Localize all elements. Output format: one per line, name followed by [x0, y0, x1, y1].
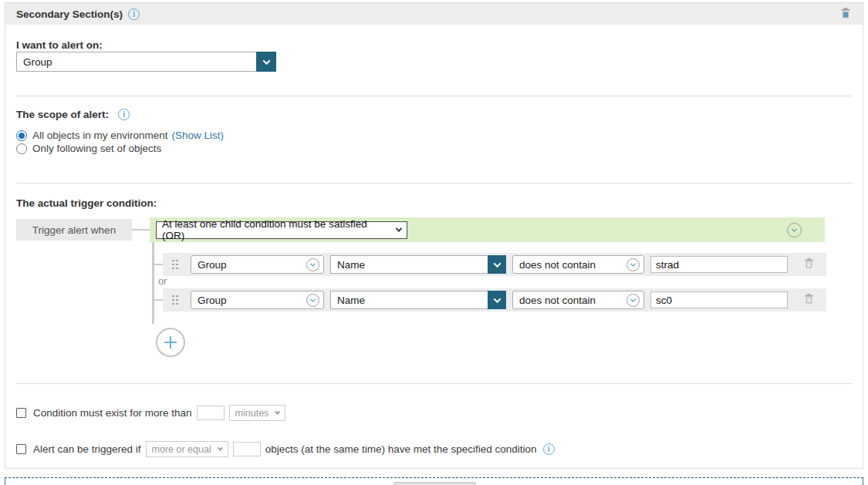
condition-object-select[interactable]: Group — [191, 291, 324, 309]
chevron-down-icon — [256, 52, 276, 72]
scope-header: The scope of alert: i — [16, 109, 130, 120]
root-condition-row: At least one child condition must be sat… — [150, 217, 825, 242]
condition-field-select[interactable]: Name — [330, 291, 506, 309]
scope-option-set[interactable]: Only following set of objects — [16, 142, 161, 155]
root-condition-value: At least one child condition must be sat… — [162, 218, 390, 241]
count-label-suffix: objects (at the same time) have met the … — [265, 443, 537, 455]
duration-label: Condition must exist for more than — [33, 407, 192, 419]
delete-condition-button[interactable] — [803, 258, 815, 271]
condition-field-select[interactable]: Name — [330, 255, 506, 274]
count-comparator-value: more or equal — [152, 444, 211, 455]
count-option-row: Alert can be triggered if more or equal … — [16, 441, 555, 457]
drag-handle-icon[interactable] — [172, 295, 178, 305]
show-list-link[interactable]: (Show List) — [172, 130, 225, 141]
alert-on-select[interactable]: Group — [16, 52, 276, 72]
info-icon[interactable]: i — [118, 109, 130, 120]
or-joiner-label: or — [158, 276, 167, 287]
count-comparator-select[interactable]: more or equal — [146, 441, 228, 457]
chevron-down-icon — [306, 294, 319, 307]
condition-object-value: Group — [198, 295, 302, 306]
divider — [16, 183, 852, 184]
count-checkbox[interactable] — [16, 444, 26, 454]
divider — [16, 383, 852, 384]
chevron-down-icon — [396, 225, 402, 231]
condition-row: Group Name does not contain — [163, 288, 826, 312]
section-header: Secondary Section(s) i — [5, 3, 863, 25]
trigger-when-box: Trigger alert when — [16, 219, 132, 241]
count-value-input[interactable] — [233, 442, 261, 456]
trash-icon — [803, 293, 815, 305]
info-icon[interactable]: i — [128, 8, 140, 20]
root-condition-select[interactable]: At least one child condition must be sat… — [156, 221, 407, 239]
condition-operator-value: does not contain — [519, 259, 622, 271]
trash-icon — [839, 7, 852, 19]
drag-handle-icon[interactable] — [172, 260, 178, 270]
chevron-down-icon — [218, 446, 223, 451]
radio-unselected-icon[interactable] — [16, 143, 27, 154]
condition-field-value: Name — [331, 256, 488, 273]
chevron-down-icon — [275, 409, 280, 415]
duration-value-input[interactable] — [197, 406, 225, 420]
condition-operator-select[interactable]: does not contain — [512, 291, 644, 309]
condition-value-input[interactable] — [650, 256, 788, 273]
radio-selected-icon[interactable] — [16, 130, 27, 141]
scope-option-all[interactable]: All objects in my environment (Show List… — [16, 129, 224, 142]
scope-option-set-label: Only following set of objects — [32, 143, 161, 154]
chevron-down-icon — [792, 226, 797, 231]
tree-connector — [154, 264, 163, 265]
delete-condition-button[interactable] — [803, 293, 815, 307]
duration-checkbox[interactable] — [16, 408, 26, 418]
secondary-section-card: Secondary Section(s) i I want to alert o… — [5, 2, 863, 469]
duration-unit-value: minutes — [235, 408, 269, 419]
alert-on-value: Group — [17, 52, 257, 71]
tree-trunk — [152, 242, 154, 324]
duration-option-row: Condition must exist for more than minut… — [16, 405, 285, 421]
tree-connector — [154, 299, 163, 301]
condition-operator-select[interactable]: does not contain — [512, 255, 644, 274]
chevron-down-icon — [488, 291, 506, 309]
tree-connector — [132, 229, 150, 231]
chevron-down-icon — [627, 294, 640, 307]
condition-operator-value: does not contain — [519, 295, 622, 306]
collapse-row-button[interactable] — [787, 223, 802, 237]
scope-option-all-label: All objects in my environment — [32, 130, 168, 141]
delete-section-button[interactable] — [839, 7, 852, 22]
trigger-condition-label: The actual trigger condition: — [16, 197, 157, 209]
chevron-down-icon — [627, 258, 640, 271]
divider — [16, 96, 852, 96]
chevron-down-icon — [306, 258, 319, 271]
condition-object-select[interactable]: Group — [191, 255, 324, 274]
partial-button[interactable] — [393, 482, 476, 485]
info-icon[interactable]: i — [543, 443, 555, 455]
duration-unit-select[interactable]: minutes — [229, 405, 286, 421]
trash-icon — [803, 258, 815, 269]
section-title: Secondary Section(s) — [16, 8, 123, 20]
condition-value-input[interactable] — [650, 291, 788, 308]
scope-label: The scope of alert: — [16, 109, 109, 120]
trigger-when-text: Trigger alert when — [32, 224, 116, 236]
chevron-down-icon — [488, 255, 506, 274]
condition-object-value: Group — [198, 259, 302, 271]
condition-row: Group Name does not contain — [163, 253, 826, 276]
alert-on-label: I want to alert on: — [16, 39, 103, 51]
condition-field-value: Name — [331, 291, 488, 308]
add-condition-button[interactable] — [156, 328, 185, 357]
count-label-prefix: Alert can be triggered if — [33, 443, 141, 455]
